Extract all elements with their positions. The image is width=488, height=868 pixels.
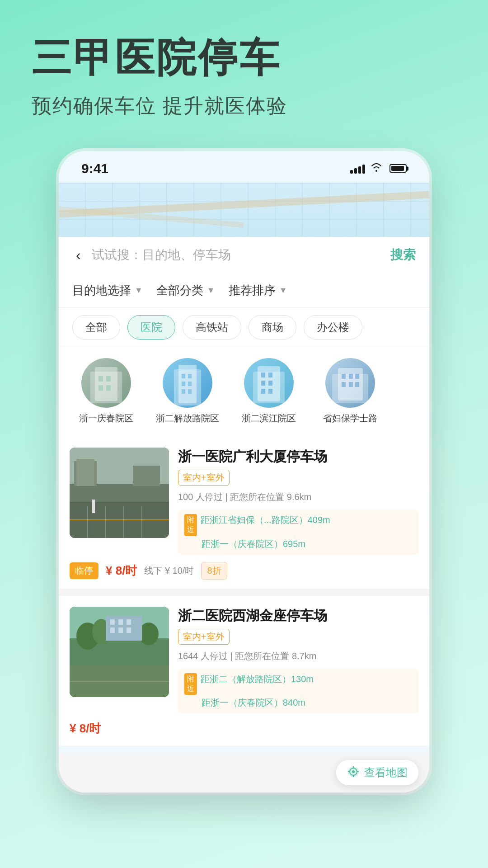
tab-all[interactable]: 全部 <box>72 315 120 340</box>
hospital-name-3: 浙二滨江院区 <box>233 412 305 424</box>
svg-rect-49 <box>110 619 115 625</box>
card-price-row-1: 临停 ¥ 8/时 线下 ¥ 10/时 8折 <box>59 555 429 589</box>
tab-office[interactable]: 办公楼 <box>304 315 362 340</box>
nearby-row-1-2: 距浙一（庆春院区）695m <box>184 538 412 550</box>
parking-card-1[interactable]: 浙一医院广利大厦停车场 室内+室外 100 人停过 | 距您所在位置 9.6km… <box>59 437 429 589</box>
main-title: 三甲医院停车 <box>32 36 456 80</box>
hospital-image-2 <box>163 358 212 408</box>
card-stats-1: 100 人停过 | 距您所在位置 9.6km <box>178 491 418 503</box>
filter-category-label: 全部分类 <box>156 283 203 298</box>
svg-rect-34 <box>133 466 160 486</box>
svg-rect-33 <box>76 459 94 486</box>
hospital-name-4: 省妇保学士路 <box>314 412 386 424</box>
card-info-1: 浙一医院广利大厦停车场 室内+室外 100 人停过 | 距您所在位置 9.6km… <box>178 448 418 555</box>
svg-rect-41 <box>92 500 95 513</box>
svg-rect-19 <box>268 381 272 386</box>
svg-rect-29 <box>355 382 359 387</box>
svg-rect-18 <box>261 381 265 386</box>
nearby-dist-2-2: 距浙一（庆春院区）840m <box>202 697 305 709</box>
hospital-avatar-1 <box>81 358 131 408</box>
battery-icon <box>389 164 407 173</box>
dropdown-arrow-icon: ▼ <box>135 286 143 295</box>
svg-rect-50 <box>118 619 123 625</box>
filter-destination[interactable]: 目的地选择 ▼ <box>72 283 143 298</box>
card-inner-1: 浙一医院广利大厦停车场 室内+室外 100 人停过 | 距您所在位置 9.6km… <box>59 437 429 555</box>
price-type-label-1: 临停 <box>70 562 99 579</box>
price-value-2: ¥ 8/时 <box>70 721 101 736</box>
parking-image-1 <box>70 448 169 538</box>
svg-rect-5 <box>106 385 111 391</box>
svg-rect-20 <box>261 389 265 394</box>
phone-mockup: 9:41 <box>59 151 429 793</box>
parking-photo-2 <box>70 607 169 697</box>
hospital-icons-row: 浙一庆春院区 <box>59 347 429 437</box>
svg-rect-17 <box>268 373 272 377</box>
hospital-item-3[interactable]: 浙二滨江院区 <box>230 358 307 424</box>
hospital-avatar-2 <box>163 358 212 408</box>
svg-rect-53 <box>118 627 123 633</box>
status-icons <box>350 163 407 175</box>
search-input[interactable]: 试试搜：目的地、停车场 <box>92 246 383 264</box>
hospital-item-1[interactable]: 浙一庆春院区 <box>68 358 145 424</box>
svg-rect-2 <box>99 376 103 382</box>
hospital-name-1: 浙一庆春院区 <box>70 412 142 424</box>
category-tabs: 全部 医院 高铁站 商场 办公楼 <box>59 308 429 347</box>
tab-mall[interactable]: 商场 <box>249 315 296 340</box>
dropdown-arrow-icon: ▼ <box>279 286 287 295</box>
nearby-row-2-1: 附近 距浙二（解放路院区）130m <box>184 673 412 695</box>
card-tags-1: 室内+室外 <box>178 470 418 486</box>
filter-category[interactable]: 全部分类 ▼ <box>156 283 215 298</box>
parking-card-2[interactable]: 浙二医院西湖金座停车场 室内+室外 1644 人停过 | 距您所在位置 8.7k… <box>59 596 429 746</box>
svg-rect-28 <box>349 382 353 387</box>
header-section: 三甲医院停车 预约确保车位 提升就医体验 <box>0 0 488 137</box>
card-tags-2: 室内+室外 <box>178 629 418 645</box>
status-bar: 9:41 <box>59 151 429 183</box>
svg-rect-13 <box>188 389 192 394</box>
svg-rect-27 <box>342 382 346 387</box>
svg-rect-24 <box>342 374 346 379</box>
svg-rect-7 <box>178 365 197 403</box>
price-value-1: ¥ 8/时 <box>106 563 137 579</box>
nearby-dist-1-1: 距浙江省妇保（...路院区）409m <box>201 514 330 526</box>
card-info-2: 浙二医院西湖金座停车场 室内+室外 1644 人停过 | 距您所在位置 8.7k… <box>178 607 418 714</box>
svg-rect-1 <box>95 367 117 401</box>
hospital-name-2: 浙二解放路院区 <box>151 412 224 424</box>
hospital-image-1 <box>81 358 131 408</box>
hospital-image-3 <box>244 358 294 408</box>
svg-rect-26 <box>355 374 359 379</box>
back-button[interactable]: ‹ <box>72 245 84 265</box>
svg-rect-51 <box>127 619 131 625</box>
svg-rect-11 <box>188 382 192 386</box>
card-inner-2: 浙二医院西湖金座停车场 室内+室外 1644 人停过 | 距您所在位置 8.7k… <box>59 596 429 714</box>
nearby-info-2: 附近 距浙二（解放路院区）130m 距浙一（庆春院区）840m <box>178 669 418 714</box>
filter-row: 目的地选择 ▼ 全部分类 ▼ 推荐排序 ▼ <box>59 274 429 308</box>
nearby-badge-2-1: 附近 <box>184 673 197 695</box>
card-price-row-2: ¥ 8/时 <box>59 713 429 745</box>
svg-rect-9 <box>188 374 192 378</box>
svg-rect-10 <box>182 382 185 386</box>
status-time: 9:41 <box>81 161 108 176</box>
filter-sort-label: 推荐排序 <box>229 283 276 298</box>
svg-rect-52 <box>110 627 115 633</box>
svg-rect-54 <box>127 627 131 633</box>
hospital-avatar-3 <box>244 358 294 408</box>
tag-indoor-outdoor-1: 室内+室外 <box>178 470 230 486</box>
nearby-row-1-1: 附近 距浙江省妇保（...路院区）409m <box>184 514 412 536</box>
signal-icon <box>350 164 365 174</box>
svg-rect-3 <box>106 376 111 382</box>
wifi-icon <box>371 163 382 175</box>
hospital-image-4 <box>325 358 375 408</box>
tab-railway[interactable]: 高铁站 <box>183 315 241 340</box>
map-view-button[interactable]: 查看地图 <box>336 760 418 785</box>
phone-wrapper: 9:41 <box>0 137 488 793</box>
tag-indoor-outdoor-2: 室内+室外 <box>178 629 230 645</box>
search-bar: ‹ 试试搜：目的地、停车场 搜索 <box>59 237 429 274</box>
search-button[interactable]: 搜索 <box>390 246 416 264</box>
filter-sort[interactable]: 推荐排序 ▼ <box>229 283 287 298</box>
hospital-item-2[interactable]: 浙二解放路院区 <box>149 358 226 424</box>
svg-point-59 <box>352 770 355 773</box>
nearby-info-1: 附近 距浙江省妇保（...路院区）409m 距浙一（庆春院区）695m <box>178 509 418 555</box>
nearby-dist-1-2: 距浙一（庆春院区）695m <box>202 538 305 550</box>
hospital-item-4[interactable]: 省妇保学士路 <box>312 358 389 424</box>
tab-hospital[interactable]: 医院 <box>127 315 175 340</box>
